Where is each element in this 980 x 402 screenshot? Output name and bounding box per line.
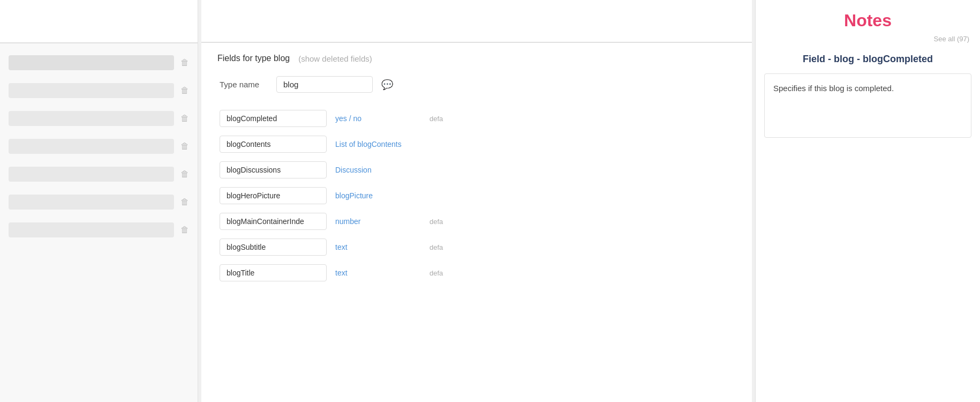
show-deleted-link[interactable]: (show deleted fields) <box>298 54 372 63</box>
sidebar-item-label-7 <box>9 222 174 237</box>
field-row-6: blogTitle text defa <box>217 260 736 286</box>
sidebar-items: 🗑 🗑 🗑 🗑 🗑 <box>0 43 198 402</box>
field-type-6: text <box>335 269 421 277</box>
trash-icon-2[interactable]: 🗑 <box>180 86 189 95</box>
sidebar-item-6[interactable]: 🗑 <box>0 188 198 216</box>
see-all-link[interactable]: See all (97) <box>756 35 980 43</box>
sidebar-item-5[interactable]: 🗑 <box>0 160 198 188</box>
field-name-5[interactable]: blogSubtitle <box>220 239 327 256</box>
note-content-box: Specifies if this blog is completed. <box>764 73 971 138</box>
main-top-bar <box>201 0 752 43</box>
field-row-0: blogCompleted yes / no defa <box>217 106 736 131</box>
trash-icon-6[interactable]: 🗑 <box>180 197 189 207</box>
comment-icon[interactable]: 💬 <box>381 79 393 91</box>
field-default-6: defa <box>429 269 443 277</box>
field-row-3: blogHeroPicture blogPicture <box>217 183 736 209</box>
field-type-3: blogPicture <box>335 191 421 200</box>
fields-title: Fields for type blog <box>217 54 290 63</box>
sidebar-item-label-3 <box>9 111 174 126</box>
field-name-1[interactable]: blogContents <box>220 136 327 153</box>
field-name-6[interactable]: blogTitle <box>220 264 327 281</box>
field-name-0[interactable]: blogCompleted <box>220 110 327 127</box>
trash-icon-4[interactable]: 🗑 <box>180 142 189 151</box>
sidebar-item-label-5 <box>9 167 174 182</box>
field-name-2[interactable]: blogDiscussions <box>220 161 327 178</box>
type-name-row: Type name 💬 <box>217 76 736 93</box>
field-row-2: blogDiscussions Discussion <box>217 157 736 183</box>
sidebar-item-1[interactable]: 🗑 <box>0 49 198 77</box>
fields-header: Fields for type blog (show deleted field… <box>217 54 736 63</box>
note-content-text: Specifies if this blog is completed. <box>773 83 962 95</box>
field-default-0: defa <box>429 115 443 123</box>
field-default-4: defa <box>429 218 443 226</box>
trash-icon-7[interactable]: 🗑 <box>180 225 189 235</box>
main-content: Fields for type blog (show deleted field… <box>201 0 752 402</box>
note-field-title: Field - blog - blogCompleted <box>756 48 980 73</box>
field-row-4: blogMainContainerInde number defa <box>217 209 736 234</box>
sidebar-item-label-2 <box>9 83 174 98</box>
sidebar-item-label-1 <box>9 55 174 70</box>
notes-header: Notes <box>756 0 980 35</box>
sidebar-item-7[interactable]: 🗑 <box>0 216 198 244</box>
field-name-4[interactable]: blogMainContainerInde <box>220 213 327 230</box>
sidebar-item-4[interactable]: 🗑 <box>0 132 198 160</box>
sidebar-item-2[interactable]: 🗑 <box>0 77 198 105</box>
sidebar-top-bar <box>0 0 198 43</box>
left-sidebar: 🗑 🗑 🗑 🗑 🗑 <box>0 0 198 402</box>
fields-section: Fields for type blog (show deleted field… <box>201 43 752 402</box>
sidebar-item-3[interactable]: 🗑 <box>0 105 198 132</box>
right-panel: Notes See all (97) Field - blog - blogCo… <box>755 0 980 402</box>
field-default-5: defa <box>429 243 443 251</box>
notes-title: Notes <box>766 11 969 31</box>
sidebar-item-label-6 <box>9 195 174 210</box>
field-row-5: blogSubtitle text defa <box>217 234 736 260</box>
field-name-3[interactable]: blogHeroPicture <box>220 187 327 204</box>
field-type-0: yes / no <box>335 114 421 123</box>
trash-icon-3[interactable]: 🗑 <box>180 114 189 123</box>
type-name-input[interactable] <box>276 76 373 93</box>
field-type-4: number <box>335 217 421 226</box>
trash-icon-5[interactable]: 🗑 <box>180 169 189 179</box>
field-type-2: Discussion <box>335 166 421 174</box>
trash-icon-1[interactable]: 🗑 <box>180 58 189 68</box>
sidebar-item-label-4 <box>9 139 174 154</box>
field-type-1: List of blogContents <box>335 140 421 148</box>
fields-list: blogCompleted yes / no defa blogContents… <box>217 106 736 286</box>
type-name-label: Type name <box>220 80 268 89</box>
field-type-5: text <box>335 243 421 251</box>
field-row-1: blogContents List of blogContents <box>217 131 736 157</box>
